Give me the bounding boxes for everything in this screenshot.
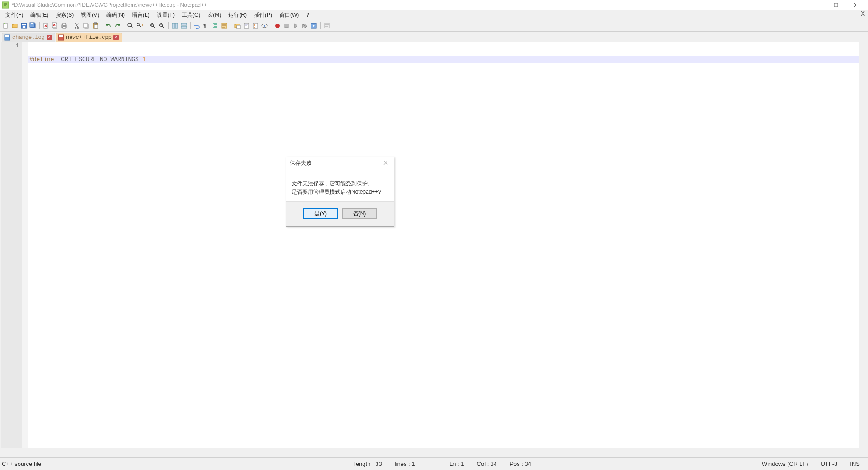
macro-save-icon[interactable] <box>310 22 318 30</box>
user-lang-icon[interactable] <box>220 22 228 30</box>
function-list-icon[interactable] <box>251 22 259 30</box>
save-all-icon[interactable] <box>29 22 37 30</box>
title-bar: *D:\Visual Studio\Common7\IDE\VC\VCProje… <box>0 0 868 10</box>
button-label: 是(Y) <box>314 210 327 218</box>
svg-rect-15 <box>63 27 66 28</box>
svg-rect-35 <box>253 23 258 28</box>
toolbar-separator <box>168 22 169 29</box>
dialog-title-bar[interactable]: 保存失败 <box>286 157 394 169</box>
dialog-button-row: 是(Y) 否(N) <box>286 201 394 226</box>
vertical-scrollbar[interactable] <box>859 42 867 448</box>
toolbar-separator <box>320 22 321 29</box>
svg-rect-19 <box>84 23 87 28</box>
svg-rect-6 <box>23 26 25 28</box>
token-identifier: _CRT_ESCURE_NO_WARNINGS <box>57 56 138 63</box>
macro-play-multi-icon[interactable] <box>301 22 309 30</box>
copy-icon[interactable] <box>82 22 90 30</box>
sync-v-scroll-icon[interactable] <box>171 22 179 30</box>
menu-plugins[interactable]: 插件(P) <box>250 10 276 20</box>
zoom-in-icon[interactable] <box>149 22 157 30</box>
tab-change-log[interactable]: change.log × <box>2 33 55 42</box>
svg-point-23 <box>128 23 132 27</box>
word-wrap-icon[interactable] <box>193 22 201 30</box>
toolbar-separator <box>146 22 146 29</box>
dialog-close-icon[interactable] <box>381 159 390 167</box>
macro-stop-icon[interactable] <box>283 22 291 30</box>
svg-rect-29 <box>181 23 187 25</box>
tab-label: change.log <box>12 34 45 41</box>
menu-search[interactable]: 搜索(S) <box>52 10 77 20</box>
doc-map-icon[interactable] <box>242 22 250 30</box>
svg-rect-28 <box>175 23 178 28</box>
dialog-no-button[interactable]: 否(N) <box>342 208 377 219</box>
replace-icon[interactable] <box>136 22 144 30</box>
svg-rect-14 <box>63 23 66 25</box>
new-file-icon[interactable] <box>2 22 10 30</box>
dialog-yes-button[interactable]: 是(Y) <box>303 208 338 219</box>
print-icon[interactable] <box>60 22 68 30</box>
menu-settings[interactable]: 设置(T) <box>153 10 178 20</box>
status-eol[interactable]: Windows (CR LF) <box>755 461 815 467</box>
menu-encoding[interactable]: 编码(N) <box>103 10 128 20</box>
fold-column <box>22 42 28 456</box>
tab-newcpp-file[interactable]: newc++file.cpp × <box>56 33 122 42</box>
folder-as-workspace-icon[interactable] <box>233 22 241 30</box>
save-failed-dialog: 保存失败 文件无法保存，它可能受到保护。 是否要用管理员模式启动Notepad+… <box>286 157 394 227</box>
svg-rect-22 <box>94 25 98 28</box>
menu-tools[interactable]: 工具(O) <box>178 10 204 20</box>
minimize-button[interactable] <box>805 0 826 10</box>
menu-view[interactable]: 视图(V) <box>77 10 103 20</box>
menu-window[interactable]: 窗口(W) <box>276 10 302 20</box>
menu-bar: 文件(F) 编辑(E) 搜索(S) 视图(V) 编码(N) 语言(L) 设置(T… <box>0 10 868 20</box>
cut-icon[interactable] <box>73 22 81 30</box>
file-dirty-icon <box>4 34 10 41</box>
tab-close-icon[interactable]: × <box>113 35 119 40</box>
svg-rect-5 <box>22 24 26 25</box>
close-all-icon[interactable] <box>51 22 59 30</box>
horizontal-scrollbar[interactable] <box>1 448 859 456</box>
button-label: 否(N) <box>353 210 366 218</box>
macro-record-icon[interactable] <box>274 22 282 30</box>
status-filetype: C++ source file <box>0 461 41 467</box>
menu-help[interactable]: ? <box>302 11 313 19</box>
paste-icon[interactable] <box>91 22 99 30</box>
file-monitor-icon[interactable] <box>260 22 269 30</box>
toolbar-separator <box>124 22 124 29</box>
token-define: #define <box>29 56 54 63</box>
dialog-title: 保存失败 <box>290 159 381 167</box>
toolbar-separator <box>271 22 271 29</box>
show-all-chars-icon[interactable]: ¶ <box>202 22 210 30</box>
indent-guide-icon[interactable] <box>211 22 219 30</box>
close-file-icon[interactable] <box>42 22 50 30</box>
zoom-out-icon[interactable] <box>158 22 166 30</box>
menu-file[interactable]: 文件(F) <box>2 10 27 20</box>
menu-language[interactable]: 语言(L) <box>128 10 153 20</box>
window-close-button[interactable] <box>846 0 866 10</box>
menu-macro[interactable]: 宏(M) <box>204 10 225 20</box>
macro-play-icon[interactable] <box>292 22 300 30</box>
tab-close-icon[interactable]: × <box>47 35 52 40</box>
status-insert-mode[interactable]: INS <box>844 461 866 467</box>
open-file-icon[interactable] <box>11 22 19 30</box>
svg-rect-44 <box>324 24 330 28</box>
redo-icon[interactable] <box>113 22 122 30</box>
spellcheck-icon[interactable] <box>323 22 331 30</box>
status-encoding[interactable]: UTF-8 <box>814 461 844 467</box>
secondary-close-button[interactable]: X <box>860 10 865 18</box>
token-number: 1 <box>142 56 146 63</box>
scroll-corner <box>859 448 867 456</box>
sync-h-scroll-icon[interactable] <box>180 22 188 30</box>
tab-bar: change.log × newc++file.cpp × <box>0 32 868 42</box>
menu-edit[interactable]: 编辑(E) <box>27 10 52 20</box>
maximize-button[interactable] <box>826 0 846 10</box>
undo-icon[interactable] <box>104 22 113 30</box>
code-area[interactable]: #define _CRT_ESCURE_NO_WARNINGS 1 <box>28 42 859 448</box>
menu-run[interactable]: 运行(R) <box>225 10 250 20</box>
svg-rect-33 <box>237 25 240 29</box>
status-length: length : 33 <box>348 461 388 467</box>
svg-rect-9 <box>31 23 33 24</box>
window-title: *D:\Visual Studio\Common7\IDE\VC\VCProje… <box>12 2 805 8</box>
tab-label: newc++file.cpp <box>66 34 112 41</box>
save-icon[interactable] <box>20 22 28 30</box>
find-icon[interactable] <box>127 22 135 30</box>
